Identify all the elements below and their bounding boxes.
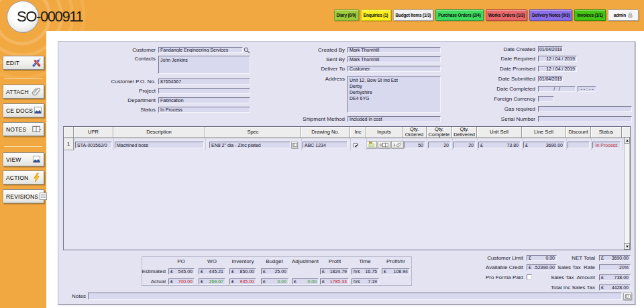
delivery-notes-button[interactable]: Delivery Notes (0/3) [529, 9, 572, 21]
row-unit-sell-field[interactable]: £ 73.80 [478, 142, 521, 148]
currency-symbol: £ [201, 279, 203, 284]
row-qty-complete-field[interactable]: 20 [428, 142, 451, 148]
sales-tax-rate-field[interactable]: 20% [599, 264, 631, 270]
scroll-down-button[interactable] [624, 243, 630, 250]
scrollbar-track[interactable] [624, 144, 630, 243]
ce-docs-button[interactable]: CE DOCS [3, 103, 44, 117]
spec-expand-button[interactable] [291, 142, 298, 148]
customer-po-field[interactable]: 87654567 [158, 79, 250, 85]
estimated-budget-field[interactable]: £ 25.00 [261, 268, 288, 274]
row-discount-field[interactable] [568, 142, 590, 148]
row-drawing-field[interactable]: ABC 1234 [303, 142, 347, 148]
scroll-up-button[interactable] [624, 137, 630, 144]
notes-button[interactable]: NOTES [3, 122, 44, 136]
serial-number-field[interactable] [538, 116, 632, 122]
col-description-header[interactable]: Description [113, 127, 205, 138]
actual-profit-value: 1785.33 [330, 279, 347, 284]
col-line-sell-header[interactable]: Line Sell [522, 127, 566, 138]
inputs-docs-button[interactable]: 0 [378, 141, 390, 148]
estimated-wo-field[interactable]: £ 445.21 [199, 268, 225, 274]
estimated-profithr-field[interactable]: £ 108.94 [382, 268, 410, 274]
sent-by-field[interactable]: Mark Thornhill [347, 56, 441, 62]
estimated-profit-field[interactable]: £ 1824.79 [320, 268, 349, 274]
col-inputs-header[interactable]: Inputs [366, 127, 402, 138]
deliver-to-field[interactable]: Customer [347, 66, 441, 72]
notes-expand-button[interactable] [623, 293, 632, 300]
row-description-field[interactable]: Machined boss [115, 142, 204, 148]
budget-items-button[interactable]: Budget Items (1/3) [393, 9, 434, 21]
actual-inventory-field[interactable]: £ 935.00 [229, 278, 256, 285]
time-completed-field[interactable]: - - : - - [578, 86, 596, 92]
inc-checkbox[interactable] [354, 143, 358, 148]
col-status-header[interactable]: Status [591, 127, 622, 138]
shipment-method-field[interactable]: Included in cost [347, 116, 441, 122]
view-button[interactable]: VIEW [3, 152, 44, 166]
col-drawing-header[interactable]: Drawing No. [301, 127, 350, 138]
actual-time-field[interactable]: hrs 7.19 [352, 278, 379, 285]
col-qty-ordered-header[interactable]: Qty. Ordered [402, 127, 427, 138]
actual-wo-field[interactable]: £ 269.67 [199, 278, 225, 285]
admin-button[interactable]: admin [608, 9, 639, 21]
date-required-field[interactable]: 12 / 04 / 2019 [538, 56, 577, 62]
attach-button[interactable]: ATTACH [3, 85, 44, 99]
row-number-cell[interactable]: 1 [64, 138, 74, 150]
invoices-button[interactable]: Invoices (1/1) [574, 9, 605, 21]
estimated-inventory-field[interactable]: £ 850.00 [229, 268, 256, 274]
foreign-currency-field[interactable] [538, 96, 554, 102]
row-qty-ordered-field[interactable]: 50 [404, 142, 425, 148]
sidebar-divider-2 [4, 146, 42, 147]
col-qty-complete-header[interactable]: Qty. Complete [427, 127, 452, 138]
total-inc-sales-tax-field[interactable]: £ 4428.00 [599, 285, 631, 291]
project-field[interactable] [158, 88, 250, 94]
col-upr-header[interactable]: UPR [74, 127, 113, 138]
department-label: Department [75, 97, 156, 103]
notes-field[interactable] [88, 293, 622, 300]
date-submitted-field[interactable]: 01/04/2019 [538, 76, 563, 82]
col-qty-delivered-header[interactable]: Qty. Delivered [452, 127, 477, 138]
status-field[interactable]: In Process [158, 107, 250, 113]
works-orders-button[interactable]: Works Orders (1/3) [486, 9, 527, 21]
actual-profit-field[interactable]: £ 1785.33 [320, 278, 349, 285]
date-created-label: Date Created [455, 46, 535, 52]
inputs-works-button[interactable] [366, 141, 377, 148]
customer-search-icon[interactable] [244, 47, 250, 54]
estimated-po-field[interactable]: £ 545.00 [168, 268, 195, 274]
enquiries-button[interactable]: Enquiries (1) [361, 9, 391, 21]
col-unit-sell-header[interactable]: Unit Sell [477, 127, 522, 138]
date-created-field[interactable]: 01/04/2019 [538, 46, 563, 52]
department-field[interactable]: Fabrication [158, 97, 250, 103]
row-status-field[interactable]: In Process [592, 142, 621, 148]
date-promised-field[interactable]: 12 / 04 / 2019 [538, 66, 577, 72]
net-total-field[interactable]: £ 3690.00 [599, 255, 631, 261]
estimated-time-field[interactable]: hrs 16.75 [352, 268, 379, 274]
actual-adjustment-field[interactable]: £ 0.00 [292, 278, 319, 285]
actual-inventory-value: 935.00 [240, 279, 254, 284]
actual-budget-field[interactable]: £ 0.00 [261, 278, 288, 285]
paperclip-small-icon [396, 142, 402, 148]
purchase-orders-button[interactable]: Purchase Orders (2/4) [435, 9, 483, 21]
view-label: VIEW [3, 156, 21, 163]
diary-button[interactable]: Diary (0/0) [334, 9, 359, 21]
col-discount-header[interactable]: Discount [566, 127, 591, 138]
gas-required-field[interactable] [538, 106, 632, 112]
action-button[interactable]: ACTION [3, 170, 44, 185]
row-upr-field[interactable]: STA-001562/0 [75, 142, 112, 148]
edit-button[interactable]: EDIT [3, 56, 44, 70]
date-completed-field[interactable]: / / [538, 86, 576, 92]
paperclip-icon [32, 87, 42, 97]
customer-field[interactable]: Fandangle Engineering Services [158, 47, 243, 53]
up-arrow-icon [626, 140, 629, 142]
col-inc-header[interactable]: Inc [350, 127, 366, 138]
row-line-sell-field[interactable]: £ 3690.00 [523, 142, 565, 148]
row-qty-delivered-field[interactable]: 20 [453, 142, 476, 148]
sales-tax-amount-field[interactable]: £ 738.00 [599, 274, 631, 280]
address-field[interactable]: Unit 12, Bow St Ind EstDerbyDerbyshireDE… [347, 76, 441, 113]
row-spec-field[interactable]: EN8 2" dia - Zinc plated [209, 142, 290, 148]
contacts-field[interactable]: John Jenkins [158, 56, 250, 74]
created-by-field[interactable]: Mark Thornhill [347, 47, 441, 53]
col-spec-header[interactable]: Spec [205, 127, 301, 138]
actual-po-field[interactable]: £ 700.00 [168, 278, 195, 285]
revisions-button[interactable]: REVISIONS [3, 189, 44, 203]
col-rownum-header [64, 127, 74, 138]
currency-symbol: £ [322, 269, 325, 274]
